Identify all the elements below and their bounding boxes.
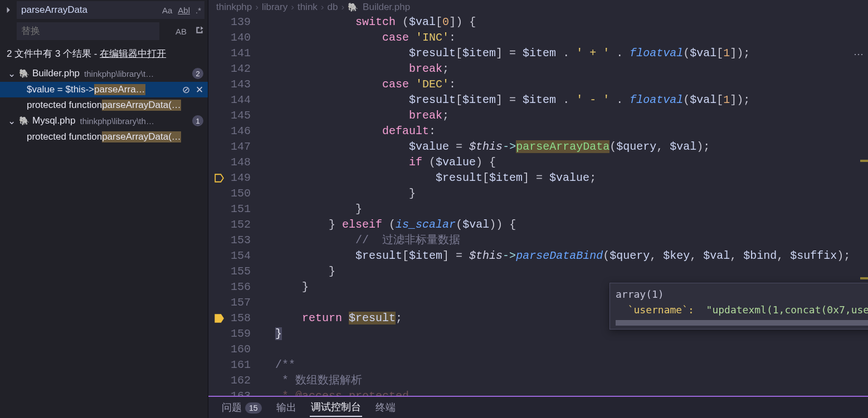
close-icon[interactable]: ✕	[196, 83, 203, 95]
code-line[interactable]	[275, 342, 868, 357]
chevron-down-icon[interactable]: ⌄	[8, 115, 16, 127]
line-number[interactable]: 153	[208, 233, 271, 248]
php-file-icon: 🐘	[19, 68, 29, 78]
code-line[interactable]: /**	[275, 357, 868, 373]
search-sidebar: Aa Abl .* AB ⋯ 2 文件中有 3 个结果 - 在编辑器中打开 ⌄ …	[0, 0, 208, 418]
code-line[interactable]: break;	[275, 108, 868, 124]
hover-scrollbar[interactable]	[616, 320, 868, 326]
preserve-case-toggle[interactable]: AB	[175, 27, 187, 36]
breadcrumb-separator: ›	[291, 2, 294, 13]
toggle-replace-icon[interactable]	[3, 2, 14, 18]
hover-line1: array(1)	[616, 287, 868, 302]
line-number[interactable]: 151	[208, 201, 271, 217]
file-path: thinkphp\library\t…	[84, 69, 189, 78]
code-line[interactable]: break;	[275, 61, 868, 77]
match-highlight: parseArrayData(…	[102, 100, 181, 111]
match-case-toggle[interactable]: Aa	[162, 6, 172, 15]
search-match-row[interactable]: $value = $this->parseArra…⊘✕	[0, 82, 208, 97]
line-number[interactable]: 144	[208, 92, 271, 108]
whole-word-toggle[interactable]: Abl	[178, 6, 190, 15]
open-in-editor-link[interactable]: 在编辑器中打开	[100, 48, 166, 59]
code-line[interactable]: $result[$item] = $item . ' - ' . floatva…	[275, 92, 868, 108]
search-match-row[interactable]: protected function parseArrayData(…	[0, 97, 208, 113]
line-number[interactable]: 163	[208, 389, 271, 396]
breadcrumb-item[interactable]: thinkphp	[216, 2, 252, 13]
search-file-row[interactable]: ⌄ 🐘 Builder.php thinkphp\library\t… 2	[0, 66, 208, 82]
editor-area: thinkphp › library › think › db › 🐘Build…	[208, 0, 868, 418]
line-number[interactable]: 154	[208, 248, 271, 264]
code-line[interactable]: }	[275, 186, 868, 201]
code-line[interactable]: * 数组数据解析	[275, 373, 868, 389]
breadcrumb-separator: ›	[321, 2, 324, 13]
file-name: Mysql.php	[32, 115, 75, 126]
line-number[interactable]: 147	[208, 139, 271, 155]
hover-line2: `username`: "updatexml(1,concat(0x7,user…	[616, 302, 868, 318]
match-highlight: parseArra…	[94, 84, 145, 95]
breadcrumb-item[interactable]: db	[328, 2, 338, 13]
line-number[interactable]: 145	[208, 108, 271, 124]
code-line[interactable]: case 'INC':	[275, 30, 868, 46]
breadcrumb-separator: ›	[255, 2, 259, 13]
panel-tab[interactable]: 终端	[374, 399, 397, 416]
match-highlight: parseArrayData(…	[102, 131, 181, 142]
search-file-row[interactable]: ⌄ 🐘 Mysql.php thinkphp\library\th… 1	[0, 113, 208, 129]
line-number[interactable]: 157	[208, 295, 271, 311]
replace-input[interactable]	[17, 22, 159, 40]
line-number[interactable]: 159	[208, 326, 271, 342]
code-line[interactable]: }	[275, 264, 868, 279]
breakpoint-active-icon[interactable]	[213, 312, 225, 324]
line-number[interactable]: 160	[208, 342, 271, 357]
line-number[interactable]: 150	[208, 186, 271, 201]
code-line[interactable]: $result[$item] = $this->parseDataBind($q…	[275, 248, 868, 264]
line-number[interactable]: 139	[208, 14, 271, 30]
problems-count-badge: 15	[245, 402, 262, 414]
breadcrumbs[interactable]: thinkphp › library › think › db › 🐘Build…	[208, 0, 868, 14]
code-line[interactable]: $result[$item] = $value;	[275, 170, 868, 186]
php-file-icon: 🐘	[348, 2, 358, 12]
replace-all-icon[interactable]	[194, 25, 204, 38]
code-line[interactable]: if ($value) {	[275, 155, 868, 170]
match-count-badge: 2	[192, 68, 203, 79]
code-editor[interactable]: 1391401411421431441451461471481491501511…	[208, 14, 868, 396]
match-count-badge: 1	[192, 115, 203, 126]
search-results-tree: ⌄ 🐘 Builder.php thinkphp\library\t… 2$va…	[0, 66, 208, 419]
code-line[interactable]: $result[$item] = $item . ' + ' . floatva…	[275, 46, 868, 61]
file-name: Builder.php	[32, 68, 80, 79]
code-line[interactable]: default:	[275, 124, 868, 139]
code-line[interactable]: } elseif (is_scalar($val)) {	[275, 217, 868, 233]
breadcrumb-item[interactable]: Builder.php	[363, 2, 410, 13]
line-number[interactable]: 152	[208, 217, 271, 233]
line-number[interactable]: 142	[208, 61, 271, 77]
line-number[interactable]: 146	[208, 124, 271, 139]
line-number[interactable]: 162	[208, 373, 271, 389]
line-number[interactable]: 156	[208, 279, 271, 295]
line-number[interactable]: 155	[208, 264, 271, 279]
code-line[interactable]: }	[275, 201, 868, 217]
breadcrumb-item[interactable]: library	[262, 2, 287, 13]
chevron-down-icon[interactable]: ⌄	[8, 68, 16, 80]
breadcrumb-item[interactable]: think	[298, 2, 318, 13]
php-file-icon: 🐘	[19, 116, 29, 126]
file-path: thinkphp\library\th…	[80, 116, 189, 126]
line-number[interactable]: 161	[208, 357, 271, 373]
line-number[interactable]: 141	[208, 46, 271, 61]
code-line[interactable]: * @access protected	[275, 389, 868, 396]
panel-tab[interactable]: 输出	[275, 399, 298, 416]
search-match-row[interactable]: protected function parseArrayData(…	[0, 129, 208, 145]
breakpoint-icon[interactable]	[213, 172, 225, 184]
line-number[interactable]: 148	[208, 155, 271, 170]
regex-toggle[interactable]: .*	[196, 6, 201, 15]
panel-tab[interactable]: 问题15	[221, 399, 263, 416]
panel-tab[interactable]: 调试控制台	[310, 398, 362, 417]
line-number[interactable]: 143	[208, 77, 271, 92]
code-line[interactable]: // 过滤非标量数据	[275, 233, 868, 248]
breadcrumb-separator: ›	[341, 2, 344, 13]
code-line[interactable]: $value = $this->parseArrayData($query, $…	[275, 139, 868, 155]
dismiss-match-icon[interactable]: ⊘	[182, 83, 190, 95]
debug-hover-tooltip: array(1) `username`: "updatexml(1,concat…	[609, 283, 868, 330]
line-number[interactable]: 140	[208, 30, 271, 46]
bottom-panel: 问题15输出调试控制台终端	[208, 396, 868, 418]
code-line[interactable]: case 'DEC':	[275, 77, 868, 92]
search-summary: 2 文件中有 3 个结果 - 在编辑器中打开	[0, 42, 208, 66]
code-line[interactable]: switch ($val[0]) {	[275, 14, 868, 30]
